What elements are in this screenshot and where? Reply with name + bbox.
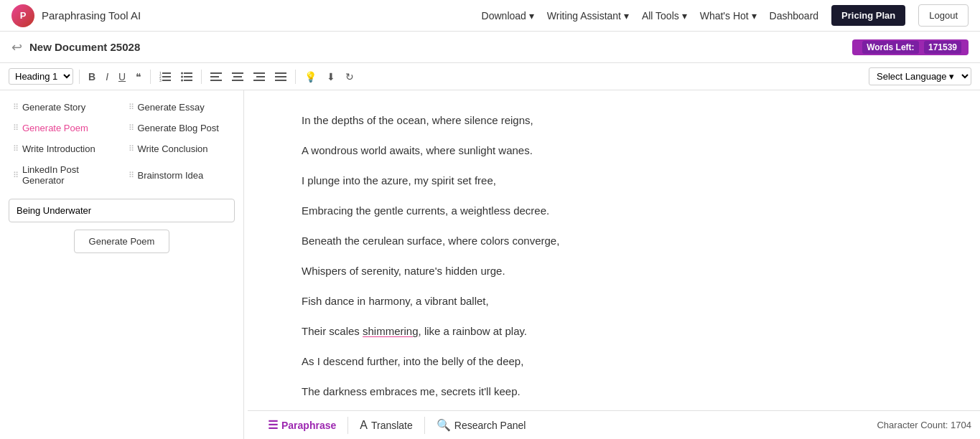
quote-button[interactable]: ❝	[133, 70, 144, 84]
editor-para-3: I plunge into the azure, my spirit set f…	[302, 172, 923, 189]
sidebar-item-generate-essay[interactable]: ⠿ Generate Essay	[124, 99, 235, 115]
svg-rect-23	[275, 80, 286, 81]
toolbar: Heading 1 B I U ❝ 123 💡 ⬇ ↻ Select Langu…	[0, 63, 980, 90]
svg-rect-17	[232, 80, 243, 81]
editor-para-6: Whispers of serenity, nature's hidden ur…	[302, 263, 923, 280]
drag-icon-4: ⠿	[129, 123, 134, 133]
sidebar-item-generate-poem[interactable]: ⠿ Generate Poem	[9, 120, 120, 136]
research-panel-label: Research Panel	[454, 420, 526, 431]
navbar-right: Download ▾ Writing Assistant ▾ All Tools…	[482, 4, 969, 27]
svg-rect-13	[210, 76, 219, 77]
toolbar-separator-3	[201, 70, 202, 84]
align-left-button[interactable]	[207, 71, 225, 82]
svg-rect-14	[210, 80, 222, 81]
nav-download[interactable]: Download ▾	[482, 10, 534, 22]
app-name: Paraphrasing Tool AI	[42, 9, 141, 22]
svg-rect-12	[210, 72, 222, 74]
sidebar-label-generate-blog-post: Generate Blog Post	[138, 123, 219, 133]
sidebar-item-write-introduction[interactable]: ⠿ Write Introduction	[9, 141, 120, 157]
editor-para-8: Their scales shimmering, like a rainbow …	[302, 323, 923, 340]
nav-whats-hot[interactable]: What's Hot ▾	[700, 10, 757, 22]
editor-para-5: Beneath the cerulean surface, where colo…	[302, 232, 923, 250]
heading-select[interactable]: Heading 1	[9, 68, 73, 85]
editor-para-4: Embracing the gentle currents, a weightl…	[302, 202, 923, 220]
research-panel-button[interactable]: 🔍 Research Panel	[425, 412, 538, 438]
sidebar-item-write-conclusion[interactable]: ⠿ Write Conclusion	[124, 141, 235, 157]
svg-rect-22	[275, 76, 286, 77]
nav-writing-assistant[interactable]: Writing Assistant ▾	[547, 10, 629, 22]
language-select[interactable]: Select Language ▾	[869, 67, 971, 85]
editor-para-9: As I descend further, into the belly of …	[302, 353, 923, 370]
sidebar-label-generate-essay: Generate Essay	[138, 102, 205, 113]
translate-button[interactable]: A Translate	[348, 413, 424, 438]
editor-para-7: Fish dance in harmony, a vibrant ballet,	[302, 293, 923, 310]
logout-button[interactable]: Logout	[918, 4, 969, 27]
sidebar: ⠿ Generate Story ⠿ Generate Essay ⠿ Gene…	[0, 90, 244, 439]
ol-button[interactable]: 123	[157, 70, 174, 83]
doc-header: ↩ New Document 25028 Words Left: 171539	[0, 32, 980, 63]
nav-all-tools[interactable]: All Tools ▾	[642, 10, 687, 22]
toolbar-separator-1	[79, 70, 80, 84]
paraphrase-icon: ☰	[268, 418, 278, 432]
svg-point-11	[181, 79, 183, 81]
sidebar-label-generate-poem: Generate Poem	[22, 123, 88, 133]
app-logo: P	[11, 4, 34, 27]
download-icon-button[interactable]: ⬇	[324, 70, 338, 84]
sidebar-label-generate-story: Generate Story	[22, 102, 85, 113]
ul-button[interactable]	[178, 70, 195, 83]
sidebar-label-write-conclusion: Write Conclusion	[138, 143, 208, 154]
back-icon[interactable]: ↩	[11, 39, 22, 55]
toolbar-separator-4	[295, 70, 296, 84]
paraphrase-button[interactable]: ☰ Paraphrase	[256, 412, 347, 438]
drag-icon-1: ⠿	[13, 103, 19, 112]
svg-rect-21	[275, 72, 286, 74]
svg-rect-16	[233, 76, 242, 77]
sidebar-item-generate-story[interactable]: ⠿ Generate Story	[9, 99, 120, 115]
underline-button[interactable]: U	[116, 70, 129, 84]
drag-icon-3: ⠿	[13, 123, 19, 133]
italic-button[interactable]: I	[103, 70, 111, 84]
svg-rect-7	[184, 76, 192, 77]
bold-button[interactable]: B	[85, 70, 98, 84]
character-count: Character Count: 1704	[877, 420, 971, 430]
nav-dashboard[interactable]: Dashboard	[770, 10, 819, 22]
svg-rect-20	[253, 80, 265, 81]
svg-rect-8	[184, 80, 192, 81]
sidebar-label-brainstorm-idea: Brainstorm Idea	[138, 170, 204, 181]
drag-icon-7: ⠿	[13, 171, 19, 180]
editor-para-1: In the depths of the ocean, where silenc…	[302, 112, 923, 129]
poem-topic-input[interactable]	[9, 199, 235, 222]
svg-rect-15	[232, 72, 243, 74]
pricing-button[interactable]: Pricing Plan	[831, 5, 905, 26]
drag-icon-2: ⠿	[129, 103, 134, 112]
svg-rect-18	[253, 72, 265, 74]
sidebar-item-generate-blog-post[interactable]: ⠿ Generate Blog Post	[124, 120, 235, 136]
navbar: P Paraphrasing Tool AI Download ▾ Writin…	[0, 0, 980, 32]
svg-rect-1	[162, 76, 171, 77]
editor-para-2: A wondrous world awaits, where sunlight …	[302, 142, 923, 159]
editor-para-10: The darkness embraces me, secrets it'll …	[302, 383, 923, 400]
drag-icon-5: ⠿	[13, 144, 19, 154]
drag-icon-6: ⠿	[129, 144, 134, 154]
editor-area[interactable]: In the depths of the ocean, where silenc…	[244, 90, 980, 439]
refresh-button[interactable]: ↻	[342, 70, 357, 84]
paraphrase-label: Paraphrase	[281, 420, 336, 431]
svg-point-10	[181, 75, 183, 77]
doc-title: New Document 25028	[29, 41, 140, 53]
generate-poem-button[interactable]: Generate Poem	[74, 230, 170, 253]
svg-point-9	[181, 72, 183, 74]
sidebar-item-brainstorm-idea[interactable]: ⠿ Brainstorm Idea	[124, 161, 235, 189]
highlight-button[interactable]: 💡	[302, 70, 319, 84]
align-right-button[interactable]	[251, 71, 268, 82]
sidebar-item-linkedin-post[interactable]: ⠿ LinkedIn Post Generator	[9, 161, 120, 189]
svg-rect-6	[184, 72, 192, 74]
align-justify-button[interactable]	[272, 71, 289, 82]
words-left-badge: Words Left: 171539	[852, 39, 969, 55]
toolbar-separator-2	[150, 70, 151, 84]
sidebar-grid: ⠿ Generate Story ⠿ Generate Essay ⠿ Gene…	[9, 99, 235, 189]
bottom-bar: ☰ Paraphrase A Translate 🔍 Research Pane…	[248, 410, 980, 439]
align-center-button[interactable]	[229, 71, 246, 82]
sidebar-label-linkedin-post: LinkedIn Post Generator	[22, 164, 116, 186]
svg-text:3: 3	[159, 78, 162, 82]
sidebar-label-write-introduction: Write Introduction	[22, 143, 95, 154]
